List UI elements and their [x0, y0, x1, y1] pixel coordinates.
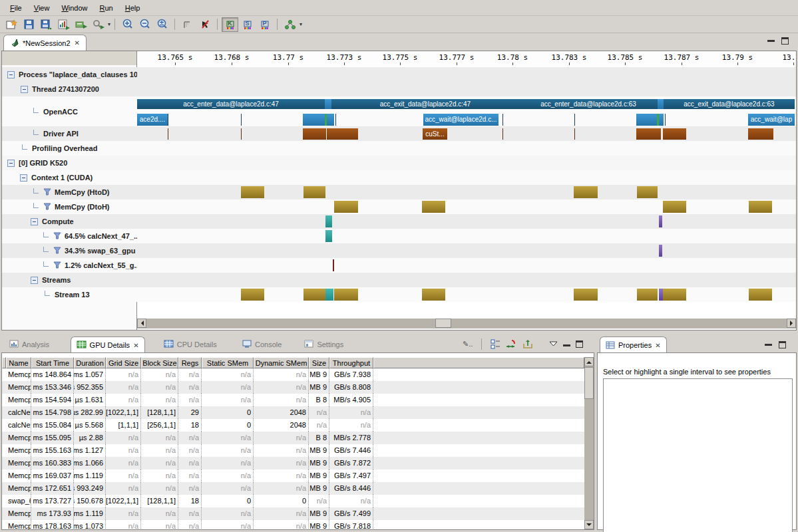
zoom-out-button[interactable]: [136, 17, 153, 32]
gpu-table-header-dynamic-smem[interactable]: Dynamic SMem: [254, 357, 309, 368]
timeline-interval-bar[interactable]: [241, 289, 264, 301]
timeline-interval-bar[interactable]: [637, 289, 658, 301]
gpu-table-header-duration[interactable]: Duration: [74, 357, 106, 368]
timeline-interval-bar[interactable]: [574, 289, 598, 301]
save-all-button[interactable]: [38, 17, 55, 32]
gpu-table-header-name[interactable]: Name: [6, 357, 31, 368]
menu-run[interactable]: Run: [94, 2, 119, 14]
timeline-interval-bar[interactable]: [325, 230, 332, 242]
table-row[interactable]: Memcpy148.864 ms1.057 msn/an/an/an/an/a9…: [2, 368, 584, 381]
timeline-interval-bar[interactable]: [659, 215, 662, 227]
timeline-tick-marker[interactable]: [574, 128, 575, 140]
table-row[interactable]: Memcpy169.037 ms1.119 msn/an/an/an/an/a9…: [2, 469, 584, 482]
timeline-tick-marker[interactable]: [335, 114, 336, 126]
timeline-interval-bar[interactable]: [325, 99, 331, 109]
timeline-interval-bar[interactable]: [422, 201, 445, 213]
scroll-down-arrow-icon[interactable]: [584, 520, 594, 529]
process-toggle-button[interactable]: P: [256, 17, 273, 32]
timeline-tick-marker[interactable]: [168, 114, 168, 126]
gpu-table-header-throughput[interactable]: Throughput: [329, 357, 373, 368]
table-row[interactable]: swap_6173.727 ms150.678 µs[1022,1,1][128…: [2, 495, 584, 507]
timeline-interval-bar[interactable]: [325, 289, 333, 301]
scroll-right-arrow-icon[interactable]: [787, 319, 796, 328]
tab-console[interactable]: Console: [237, 336, 287, 352]
tab-cpu-details[interactable]: CPU Details: [158, 336, 222, 352]
collapse-minus-icon[interactable]: [31, 277, 38, 284]
timeline-interval-bar[interactable]: [636, 114, 657, 126]
view-menu-caret-icon[interactable]: [549, 341, 558, 347]
timeline-interval-bar[interactable]: [663, 201, 686, 213]
minimize-icon[interactable]: [563, 340, 570, 346]
close-icon[interactable]: ✕: [133, 342, 138, 349]
new-session-button[interactable]: [3, 17, 20, 32]
minimize-icon[interactable]: [765, 340, 772, 346]
zoom-in-button[interactable]: [119, 17, 136, 32]
timeline-interval-bar[interactable]: acc_wait@laplace2d.c...: [423, 114, 499, 126]
timeline-tick-marker[interactable]: [502, 114, 503, 126]
timeline-interval-bar[interactable]: [663, 128, 686, 140]
timeline-hscrollbar[interactable]: [137, 319, 796, 329]
timeline-interval-bar[interactable]: [334, 289, 358, 301]
timeline-interval-bar[interactable]: acc_exit_data@laplace2d.c:47: [331, 99, 519, 109]
compare-arrows-icon[interactable]: [506, 339, 517, 349]
timeline-tick-marker[interactable]: [665, 114, 666, 126]
analysis-tree-button[interactable]: [282, 17, 298, 32]
scroll-left-arrow-icon[interactable]: [137, 319, 146, 328]
timeline-interval-bar[interactable]: [241, 186, 264, 198]
gpu-table-header-grid-size[interactable]: Grid Size: [106, 357, 141, 368]
gpu-table-header-size[interactable]: Size: [309, 357, 329, 368]
gpu-table-header-regs[interactable]: Regs: [178, 357, 202, 368]
table-row[interactable]: Memcpy160.383 ms1.066 msn/an/an/an/an/a9…: [2, 457, 584, 469]
zoom-fit-button[interactable]: [154, 17, 170, 32]
maximize-icon[interactable]: [781, 37, 789, 45]
marker-ruler-button[interactable]: [179, 17, 196, 32]
timeline-interval-bar[interactable]: [303, 289, 325, 301]
close-icon[interactable]: ✕: [655, 342, 660, 349]
tab-properties[interactable]: Properties ✕: [600, 336, 667, 353]
gpu-table-header-block-size[interactable]: Block Size: [141, 357, 178, 368]
timeline-interval-bar[interactable]: [748, 128, 773, 140]
table-row[interactable]: Memcpy154.594 ms1.631 µsn/an/an/an/an/a8…: [2, 394, 584, 406]
minimize-icon[interactable]: [767, 36, 775, 42]
timeline-tick-marker[interactable]: [574, 114, 575, 126]
gpu-table-header-static-smem[interactable]: Static SMem: [202, 357, 254, 368]
menu-help[interactable]: Help: [119, 2, 146, 14]
timeline-tick-marker[interactable]: [241, 114, 242, 126]
stream-toggle-button[interactable]: S: [239, 17, 256, 32]
timeline-interval-bar[interactable]: [303, 186, 325, 198]
table-row[interactable]: Memcpy155.163 ms1.127 msn/an/an/an/an/a9…: [2, 444, 584, 457]
record-pencil-icon[interactable]: ✎..: [463, 340, 473, 348]
timeline-interval-bar[interactable]: acc_exit_data@laplace2d.c:63: [664, 99, 795, 109]
timeline-interval-bar[interactable]: acc_enter_data@laplace2d.c:63: [519, 99, 658, 109]
close-icon[interactable]: ✕: [75, 39, 80, 47]
timeline-interval-bar[interactable]: [303, 114, 325, 126]
timeline-interval-bar[interactable]: [574, 186, 598, 198]
layout-columns-icon[interactable]: [491, 339, 500, 349]
collapse-minus-icon[interactable]: [7, 160, 15, 167]
timeline-interval-bar[interactable]: [334, 201, 358, 213]
timeline-tick-marker[interactable]: [168, 128, 168, 140]
timeline-interval-bar[interactable]: [303, 128, 326, 140]
timeline-interval-bar[interactable]: [659, 245, 662, 257]
timeline-tick-marker[interactable]: [333, 259, 334, 271]
timeline-interval-bar[interactable]: [749, 289, 772, 301]
timeline-interval-bar[interactable]: [325, 215, 332, 227]
table-row[interactable]: calcNext154.798 ms282.99 µs[1022,1,1][12…: [2, 406, 584, 419]
table-vscroll-thumb[interactable]: [584, 367, 594, 399]
tree-item-0-grid-k520[interactable]: [0] GRID K520: [2, 156, 142, 170]
scroll-up-arrow-icon[interactable]: [584, 357, 594, 366]
timeline-interval-bar[interactable]: [663, 289, 686, 301]
tree-item-profiling-overhead[interactable]: Profiling Overhead: [2, 141, 156, 156]
timeline-interval-bar[interactable]: acc_enter_data@laplace2d.c:47: [137, 99, 325, 109]
rename-button[interactable]: [73, 17, 89, 32]
table-row[interactable]: Memcpy155.095 ms2.88 µsn/an/an/an/an/a8 …: [2, 432, 584, 444]
timeline-interval-bar[interactable]: acc_wait@lap: [748, 114, 795, 126]
tree-item-context-1-cuda[interactable]: Context 1 (CUDA): [2, 170, 154, 185]
export-icon[interactable]: [522, 339, 533, 349]
menu-view[interactable]: View: [28, 2, 56, 14]
search-run-button[interactable]: [90, 17, 106, 32]
tab-settings[interactable]: Settings: [299, 336, 349, 352]
timeline-interval-bar[interactable]: [636, 128, 661, 140]
table-row[interactable]: Memcpy172.651 ms993.249 µsn/an/an/an/an/…: [2, 482, 584, 495]
timeline-canvas[interactable]: acc_enter_data@laplace2d.c:47acc_exit_da…: [137, 65, 796, 331]
